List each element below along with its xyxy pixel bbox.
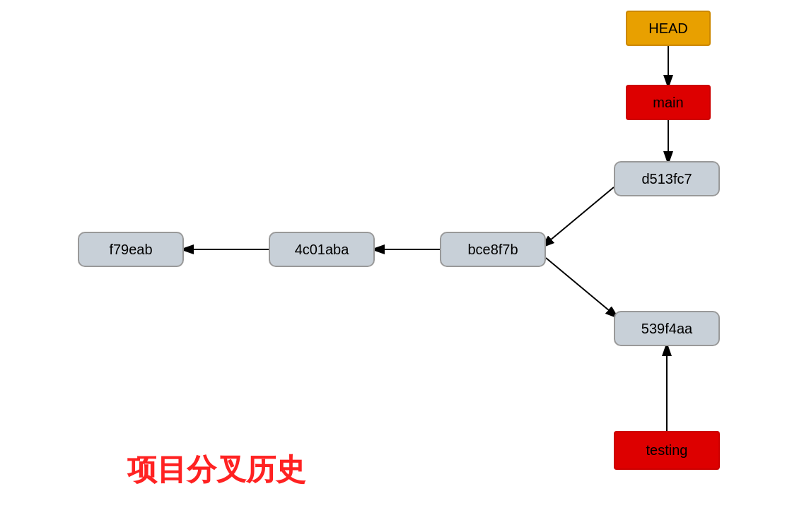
main-node: main [626, 85, 711, 120]
bce8f7b-node: bce8f7b [440, 232, 546, 267]
f79eab-label: f79eab [109, 242, 152, 258]
539f4aa-node: 539f4aa [614, 311, 720, 346]
d513fc7-node: d513fc7 [614, 161, 720, 196]
main-label: main [653, 95, 683, 111]
f79eab-node: f79eab [78, 232, 184, 267]
head-label: HEAD [648, 20, 688, 37]
testing-node: testing [614, 431, 720, 470]
page-title: 项目分叉历史 [127, 450, 305, 490]
testing-label: testing [646, 442, 688, 459]
head-node: HEAD [626, 11, 711, 46]
bce8f7b-label: bce8f7b [467, 242, 518, 258]
539f4aa-label: 539f4aa [641, 321, 692, 337]
svg-line-4 [546, 187, 614, 244]
4c01aba-node: 4c01aba [269, 232, 375, 267]
d513fc7-label: d513fc7 [641, 171, 692, 187]
diagram-container: HEAD main d513fc7 bce8f7b 4c01aba f79eab… [0, 0, 804, 532]
svg-line-7 [546, 258, 614, 314]
4c01aba-label: 4c01aba [295, 242, 349, 258]
